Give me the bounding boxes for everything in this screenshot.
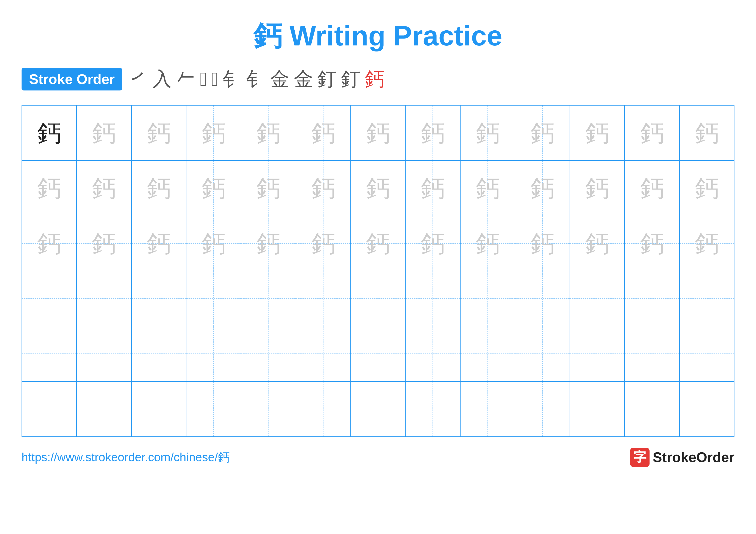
grid-cell-1-5[interactable]: 鈣 (241, 106, 296, 160)
grid-cell-6-9[interactable] (461, 382, 515, 436)
grid-cell-1-3[interactable]: 鈣 (132, 106, 186, 160)
grid-row-6 (22, 382, 734, 436)
grid-cell-5-8[interactable] (406, 326, 460, 381)
grid-cell-2-4[interactable]: 鈣 (186, 161, 241, 216)
grid-cell-2-2[interactable]: 鈣 (77, 161, 131, 216)
grid-cell-6-8[interactable] (406, 382, 460, 436)
grid-cell-4-4[interactable] (186, 271, 241, 326)
grid-cell-5-3[interactable] (132, 326, 186, 381)
footer: https://www.strokeorder.com/chinese/鈣 字 … (21, 447, 735, 467)
grid-cell-3-6[interactable]: 鈣 (296, 216, 351, 271)
char-guide: 鈣 (37, 176, 61, 200)
grid-cell-4-9[interactable] (461, 271, 515, 326)
grid-cell-4-7[interactable] (351, 271, 406, 326)
grid-cell-1-9[interactable]: 鈣 (461, 106, 515, 160)
grid-cell-6-10[interactable] (515, 382, 570, 436)
grid-cell-1-4[interactable]: 鈣 (186, 106, 241, 160)
grid-cell-1-7[interactable]: 鈣 (351, 106, 406, 160)
grid-cell-6-12[interactable] (625, 382, 680, 436)
grid-cell-1-10[interactable]: 鈣 (515, 106, 570, 160)
grid-cell-2-9[interactable]: 鈣 (461, 161, 515, 216)
grid-cell-4-13[interactable] (680, 271, 734, 326)
char-guide: 鈣 (37, 232, 61, 255)
grid-cell-2-10[interactable]: 鈣 (515, 161, 570, 216)
grid-cell-5-6[interactable] (296, 326, 351, 381)
grid-cell-3-5[interactable]: 鈣 (241, 216, 296, 271)
grid-cell-6-3[interactable] (132, 382, 186, 436)
char-guide: 鈣 (530, 232, 554, 255)
grid-cell-5-9[interactable] (461, 326, 515, 381)
grid-cell-3-9[interactable]: 鈣 (461, 216, 515, 271)
grid-cell-6-13[interactable] (680, 382, 734, 436)
grid-cell-5-2[interactable] (77, 326, 131, 381)
char-guide: 鈣 (366, 121, 390, 145)
grid-cell-4-6[interactable] (296, 271, 351, 326)
grid-cell-1-2[interactable]: 鈣 (77, 106, 131, 160)
grid-cell-2-13[interactable]: 鈣 (680, 161, 734, 216)
grid-cell-5-5[interactable] (241, 326, 296, 381)
grid-cell-5-11[interactable] (570, 326, 625, 381)
grid-cell-1-1[interactable]: 鈣 (22, 106, 77, 160)
char-guide: 鈣 (366, 176, 390, 200)
grid-cell-3-2[interactable]: 鈣 (77, 216, 131, 271)
grid-cell-5-12[interactable] (625, 326, 680, 381)
grid-cell-3-3[interactable]: 鈣 (132, 216, 186, 271)
stroke-10: 釘 (317, 66, 337, 92)
grid-cell-2-5[interactable]: 鈣 (241, 161, 296, 216)
grid-row-5 (22, 326, 734, 381)
grid-cell-6-7[interactable] (351, 382, 406, 436)
grid-row-2: 鈣 鈣 鈣 鈣 鈣 鈣 鈣 鈣 鈣 鈣 鈣 鈣 鈣 (22, 161, 734, 216)
grid-cell-1-13[interactable]: 鈣 (680, 106, 734, 160)
grid-cell-4-12[interactable] (625, 271, 680, 326)
grid-cell-6-4[interactable] (186, 382, 241, 436)
char-guide: 鈣 (202, 232, 226, 255)
grid-cell-1-8[interactable]: 鈣 (406, 106, 460, 160)
char-guide: 鈣 (366, 232, 390, 255)
grid-cell-2-3[interactable]: 鈣 (132, 161, 186, 216)
grid-cell-5-4[interactable] (186, 326, 241, 381)
grid-cell-2-11[interactable]: 鈣 (570, 161, 625, 216)
grid-cell-2-8[interactable]: 鈣 (406, 161, 460, 216)
grid-cell-3-13[interactable]: 鈣 (680, 216, 734, 271)
grid-cell-5-13[interactable] (680, 326, 734, 381)
grid-cell-6-11[interactable] (570, 382, 625, 436)
grid-cell-3-8[interactable]: 鈣 (406, 216, 460, 271)
grid-cell-3-12[interactable]: 鈣 (625, 216, 680, 271)
stroke-2: 入 (152, 66, 172, 92)
grid-cell-5-10[interactable] (515, 326, 570, 381)
grid-cell-3-1[interactable]: 鈣 (22, 216, 77, 271)
char-guide: 鈣 (640, 232, 664, 255)
grid-cell-2-6[interactable]: 鈣 (296, 161, 351, 216)
char-guide: 鈣 (476, 176, 500, 200)
grid-cell-4-1[interactable] (22, 271, 77, 326)
stroke-9: 金 (294, 66, 313, 92)
grid-cell-1-12[interactable]: 鈣 (625, 106, 680, 160)
grid-cell-4-8[interactable] (406, 271, 460, 326)
char-guide: 鈣 (530, 176, 554, 200)
grid-cell-6-1[interactable] (22, 382, 77, 436)
grid-cell-4-5[interactable] (241, 271, 296, 326)
grid-cell-6-6[interactable] (296, 382, 351, 436)
grid-cell-1-6[interactable]: 鈣 (296, 106, 351, 160)
grid-cell-2-12[interactable]: 鈣 (625, 161, 680, 216)
grid-cell-4-3[interactable] (132, 271, 186, 326)
char-guide: 鈣 (695, 232, 719, 255)
grid-cell-4-10[interactable] (515, 271, 570, 326)
grid-cell-4-11[interactable] (570, 271, 625, 326)
grid-cell-6-5[interactable] (241, 382, 296, 436)
stroke-6: 钅 (223, 66, 242, 92)
grid-cell-3-11[interactable]: 鈣 (570, 216, 625, 271)
footer-url[interactable]: https://www.strokeorder.com/chinese/鈣 (21, 449, 230, 465)
grid-cell-3-7[interactable]: 鈣 (351, 216, 406, 271)
grid-cell-5-7[interactable] (351, 326, 406, 381)
grid-cell-6-2[interactable] (77, 382, 131, 436)
grid-cell-4-2[interactable] (77, 271, 131, 326)
grid-cell-2-7[interactable]: 鈣 (351, 161, 406, 216)
char-guide: 鈣 (476, 121, 500, 145)
grid-cell-3-4[interactable]: 鈣 (186, 216, 241, 271)
grid-cell-1-11[interactable]: 鈣 (570, 106, 625, 160)
grid-cell-3-10[interactable]: 鈣 (515, 216, 570, 271)
grid-cell-5-1[interactable] (22, 326, 77, 381)
char-guide: 鈣 (311, 232, 335, 255)
grid-cell-2-1[interactable]: 鈣 (22, 161, 77, 216)
